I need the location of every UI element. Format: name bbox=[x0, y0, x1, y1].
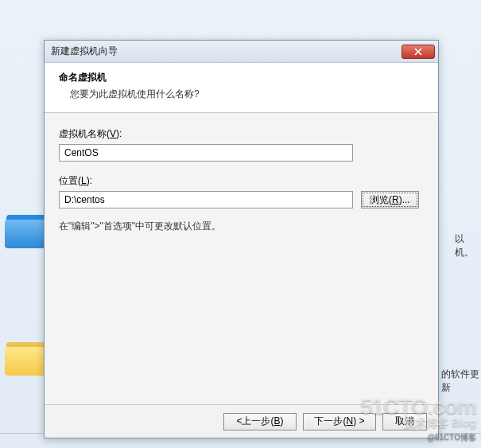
form-section: 虚拟机名称(V): 位置(L): 浏览(R)... 在"编辑">"首选项"中可更… bbox=[45, 113, 438, 233]
dialog-body: 命名虚拟机 您要为此虚拟机使用什么名称? 虚拟机名称(V): 位置(L): 浏览… bbox=[45, 63, 438, 404]
dialog-footer: <上一步(B) 下一步(N) > 取消 bbox=[45, 404, 438, 438]
location-label: 位置(L): bbox=[59, 174, 424, 188]
vm-name-input[interactable] bbox=[59, 144, 353, 162]
page-subtitle: 您要为此虚拟机使用什么名称? bbox=[70, 88, 424, 101]
location-input[interactable] bbox=[59, 191, 353, 208]
background-text: 以机。 bbox=[455, 232, 481, 259]
hint-text: 在"编辑">"首选项"中可更改默认位置。 bbox=[59, 220, 424, 233]
header-section: 命名虚拟机 您要为此虚拟机使用什么名称? bbox=[45, 63, 438, 113]
back-button[interactable]: <上一步(B) bbox=[223, 413, 297, 430]
wizard-dialog: 新建虚拟机向导 命名虚拟机 您要为此虚拟机使用什么名称? 虚拟机名称(V): 位… bbox=[44, 40, 439, 438]
window-title: 新建虚拟机向导 bbox=[51, 45, 401, 58]
page-title: 命名虚拟机 bbox=[59, 71, 424, 84]
browse-button[interactable]: 浏览(R)... bbox=[361, 191, 419, 208]
cancel-button[interactable]: 取消 bbox=[382, 413, 427, 430]
vm-name-label: 虚拟机名称(V): bbox=[59, 127, 424, 141]
close-button[interactable] bbox=[401, 45, 435, 59]
close-icon bbox=[414, 48, 422, 56]
next-button[interactable]: 下一步(N) > bbox=[303, 413, 376, 430]
background-text: 的软件更新 bbox=[441, 368, 481, 395]
titlebar[interactable]: 新建虚拟机向导 bbox=[45, 41, 438, 63]
